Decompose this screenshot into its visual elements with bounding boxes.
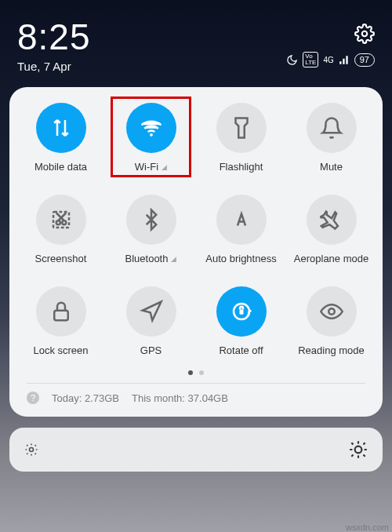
screenshot-toggle[interactable] bbox=[36, 195, 86, 245]
tile-bluetooth[interactable]: Bluetooth◢ bbox=[106, 195, 196, 264]
mobile-data-icon bbox=[49, 116, 73, 140]
bluetooth-toggle[interactable] bbox=[126, 195, 176, 245]
tile-mute[interactable]: Mute bbox=[286, 103, 376, 173]
moon-icon bbox=[286, 54, 298, 66]
lock-screen-toggle[interactable] bbox=[36, 286, 86, 337]
tile-reading-mode[interactable]: Reading mode bbox=[286, 286, 376, 356]
tile-label: Rotate off bbox=[219, 344, 263, 356]
status-bar: 8:25 Tue, 7 Apr VoLTE 4G 97 bbox=[0, 0, 392, 79]
tile-mobile-data[interactable]: Mobile data bbox=[16, 103, 106, 173]
flashlight-toggle[interactable] bbox=[216, 103, 267, 153]
svg-point-10 bbox=[30, 448, 34, 452]
dot bbox=[199, 370, 204, 375]
tile-label: GPS bbox=[140, 344, 162, 356]
tile-lock-screen[interactable]: Lock screen bbox=[16, 286, 106, 356]
info-icon: ? bbox=[27, 392, 39, 404]
svg-rect-8 bbox=[239, 310, 243, 315]
tile-label: Lock screen bbox=[33, 344, 88, 356]
bluetooth-icon bbox=[140, 208, 163, 231]
settings-icon[interactable] bbox=[354, 24, 375, 44]
tile-flashlight[interactable]: Flashlight bbox=[196, 103, 286, 173]
signal-icon bbox=[339, 54, 350, 65]
date: Tue, 7 Apr bbox=[17, 60, 91, 73]
tile-wifi[interactable]: Wi-Fi◢ bbox=[106, 103, 196, 173]
watermark: wsxdn.com bbox=[346, 523, 389, 532]
chevron-icon: ◢ bbox=[171, 255, 176, 263]
flashlight-icon bbox=[230, 116, 253, 140]
highlight-box bbox=[111, 97, 191, 177]
reading-mode-toggle[interactable] bbox=[307, 286, 357, 337]
tile-gps[interactable]: GPS bbox=[106, 286, 196, 356]
status-icons: VoLTE 4G 97 bbox=[286, 52, 375, 67]
battery-indicator: 97 bbox=[354, 53, 375, 67]
dot-active bbox=[188, 370, 193, 375]
tile-label: Flashlight bbox=[220, 161, 263, 173]
svg-point-11 bbox=[355, 446, 362, 454]
svg-point-4 bbox=[56, 220, 60, 224]
data-usage-row[interactable]: ? Today: 2.73GB This month: 37.04GB bbox=[16, 384, 376, 407]
tile-label: Aeroplane mode bbox=[294, 253, 368, 264]
tile-label: Reading mode bbox=[298, 344, 365, 356]
usage-month: This month: 37.04GB bbox=[132, 392, 228, 404]
gps-toggle[interactable] bbox=[126, 286, 176, 337]
page-indicator bbox=[16, 370, 376, 375]
tile-screenshot[interactable]: Screenshot bbox=[16, 195, 106, 264]
svg-rect-6 bbox=[54, 311, 68, 321]
status-right: VoLTE 4G 97 bbox=[286, 16, 375, 67]
tile-aeroplane-mode[interactable]: Aeroplane mode bbox=[286, 195, 376, 264]
tile-label: Bluetooth bbox=[125, 253, 169, 264]
clock-block: 8:25 Tue, 7 Apr bbox=[17, 16, 91, 73]
brightness-high-icon bbox=[348, 439, 368, 460]
volte-icon: VoLTE bbox=[303, 52, 318, 67]
svg-rect-3 bbox=[53, 212, 69, 228]
svg-point-0 bbox=[362, 31, 368, 37]
aeroplane-toggle[interactable] bbox=[307, 195, 357, 245]
rotate-lock-icon bbox=[230, 300, 253, 323]
auto-brightness-toggle[interactable] bbox=[216, 195, 267, 245]
airplane-icon bbox=[320, 208, 343, 231]
tile-auto-brightness[interactable]: Auto brightness bbox=[196, 195, 286, 264]
network-label: 4G bbox=[323, 56, 333, 64]
location-icon bbox=[140, 300, 163, 323]
svg-point-5 bbox=[62, 220, 66, 224]
usage-today: Today: 2.73GB bbox=[52, 392, 119, 404]
quick-settings-panel: Mobile data Wi-Fi◢ Flashlight Mute bbox=[9, 87, 383, 417]
eye-icon bbox=[320, 300, 343, 323]
tile-label: Mobile data bbox=[34, 161, 87, 173]
brightness-low-icon bbox=[24, 442, 39, 457]
bell-icon bbox=[320, 116, 343, 140]
tile-label: Mute bbox=[320, 161, 343, 173]
scissors-icon bbox=[49, 208, 73, 231]
svg-point-9 bbox=[328, 308, 335, 315]
lock-icon bbox=[49, 300, 73, 323]
tile-label: Screenshot bbox=[35, 253, 87, 264]
mute-toggle[interactable] bbox=[307, 103, 357, 153]
mobile-data-toggle[interactable] bbox=[36, 103, 86, 153]
toggle-grid: Mobile data Wi-Fi◢ Flashlight Mute bbox=[16, 103, 376, 356]
time: 8:25 bbox=[17, 16, 91, 58]
auto-brightness-icon bbox=[230, 208, 253, 231]
rotate-toggle[interactable] bbox=[216, 286, 267, 337]
tile-rotate[interactable]: Rotate off bbox=[196, 286, 286, 356]
brightness-slider[interactable] bbox=[9, 428, 383, 472]
tile-label: Auto brightness bbox=[205, 253, 276, 264]
